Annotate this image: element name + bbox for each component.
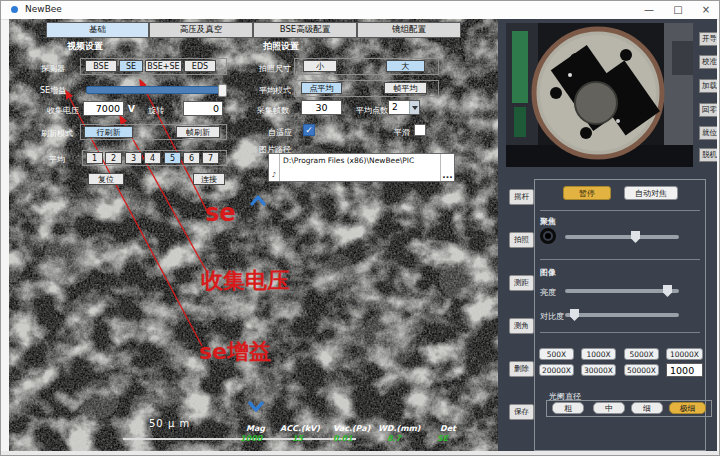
annotation-se: se xyxy=(205,199,236,227)
points-dropdown-arrow[interactable] xyxy=(409,101,419,114)
main-content: 基础 高压及真空 BSE高级配置 镜组配置 视频设置 探测器 BSE SE BS… xyxy=(9,19,717,451)
tab-lens-config[interactable]: 镜组配置 xyxy=(357,22,461,38)
video-settings-title: 视频设置 xyxy=(67,40,103,53)
status-header-det: Det xyxy=(440,424,456,433)
detector-bse-button[interactable]: BSE xyxy=(85,60,117,72)
average-4-button[interactable]: 4 xyxy=(144,152,161,164)
voltage-unit-label: V xyxy=(128,104,135,114)
refresh-frame-button[interactable]: 帧刷新 xyxy=(176,126,220,138)
image-section-label: 图像 xyxy=(540,267,556,278)
mag-30000x-button[interactable]: 30000X xyxy=(581,364,616,376)
frames-label: 采集帧数 xyxy=(257,105,289,116)
se-gain-slider[interactable] xyxy=(86,84,227,95)
annotation-se-gain: se增益 xyxy=(199,337,271,367)
brightness-slider-thumb[interactable] xyxy=(663,285,672,297)
contrast-slider-thumb[interactable] xyxy=(570,309,579,321)
chevron-up-icon[interactable] xyxy=(249,195,267,206)
mag-5000x-button[interactable]: 5000X xyxy=(624,348,659,360)
divider xyxy=(540,332,700,333)
window-frame-bottom xyxy=(1,451,720,456)
avg-frame-button[interactable]: 帧平均 xyxy=(384,82,427,94)
app-window: NewBee — □ × xyxy=(0,0,720,456)
close-button[interactable]: × xyxy=(692,1,720,18)
rotation-label: 旋转 xyxy=(148,105,164,116)
detector-label: 探测器 xyxy=(41,63,65,74)
status-value-det: SE xyxy=(437,434,448,443)
rotation-input[interactable]: 0 xyxy=(183,101,223,116)
side-button-home[interactable]: 回零 xyxy=(699,103,717,117)
reset-button[interactable]: 复位 xyxy=(88,173,124,185)
scale-bar-label: 50 μ m xyxy=(149,418,190,429)
status-value-acc: 15 xyxy=(292,434,303,443)
side-button-load[interactable]: 加载 xyxy=(699,79,717,93)
autofocus-button[interactable]: 自动对焦 xyxy=(624,186,678,200)
points-combo[interactable]: 2 xyxy=(388,100,420,115)
mag-500x-button[interactable]: 500X xyxy=(539,348,574,360)
photo-settings-title: 拍照设置 xyxy=(263,40,299,53)
status-header-acc: ACC.(kV) xyxy=(280,424,320,433)
size-small-button[interactable]: 小 xyxy=(303,60,337,72)
collect-voltage-input[interactable]: 7000 xyxy=(83,101,124,116)
tab-basic[interactable]: 基础 xyxy=(46,22,149,38)
focus-target-icon xyxy=(540,228,556,244)
average-5-button[interactable]: 5 xyxy=(164,152,181,164)
detector-bse-se-button[interactable]: BSE+SE xyxy=(145,60,182,72)
refresh-mode-label: 刷新模式 xyxy=(41,128,73,139)
chevron-down-icon[interactable] xyxy=(247,401,265,412)
average-1-button[interactable]: 1 xyxy=(86,152,103,164)
tool-button-measure-angle[interactable]: 测角 xyxy=(509,318,534,334)
tool-button-delete[interactable]: 删除 xyxy=(509,361,534,377)
mag-10000x-button[interactable]: 10000X xyxy=(666,348,703,360)
status-header-vac: Vac.(Pa) xyxy=(333,424,370,433)
tool-button-measure-distance[interactable]: 测距 xyxy=(509,275,534,291)
average-3-button[interactable]: 3 xyxy=(125,152,142,164)
tool-button-joystick[interactable]: 摇杆 xyxy=(509,189,534,205)
image-path-value[interactable]: D:\Program Files (x86)\NewBee\PIC xyxy=(280,154,440,181)
refresh-line-button[interactable]: 行刷新 xyxy=(84,126,133,138)
brightness-slider[interactable] xyxy=(565,285,679,297)
aperture-extra-fine-button[interactable]: 极细 xyxy=(669,402,706,414)
mag-20000x-button[interactable]: 20000X xyxy=(539,364,574,376)
average-label: 平均 xyxy=(49,154,65,165)
detector-eds-button[interactable]: EDS xyxy=(184,60,216,72)
smooth-checkbox[interactable] xyxy=(414,124,426,136)
browse-button[interactable]: ... xyxy=(440,154,454,181)
side-button-navigation[interactable]: 开导航 xyxy=(699,32,717,46)
status-value-vac: 0.01 xyxy=(333,434,353,443)
aperture-fine-button[interactable]: 细 xyxy=(631,402,663,414)
points-label: 平均点数 xyxy=(356,105,388,116)
side-button-offline[interactable]: 脱机 xyxy=(699,148,717,162)
divider xyxy=(540,210,700,211)
avg-point-button[interactable]: 点平均 xyxy=(301,82,342,94)
average-2-button[interactable]: 2 xyxy=(105,152,122,164)
mag-50000x-button[interactable]: 50000X xyxy=(624,364,659,376)
focus-slider-thumb[interactable] xyxy=(631,231,640,243)
maximize-button[interactable]: □ xyxy=(664,1,692,18)
tool-button-snapshot[interactable]: 拍照 xyxy=(509,232,534,248)
contrast-slider[interactable] xyxy=(565,309,679,321)
detector-se-button[interactable]: SE xyxy=(119,60,143,72)
status-value-mag: 1000 xyxy=(240,434,262,443)
tab-bse-advanced[interactable]: BSE高级配置 xyxy=(253,22,357,38)
se-gain-thumb[interactable] xyxy=(218,84,227,97)
frames-input[interactable]: 30 xyxy=(301,100,342,115)
aperture-coarse-button[interactable]: 粗 xyxy=(552,402,584,414)
points-value: 2 xyxy=(389,101,409,114)
photo-size-label: 拍照尺寸 xyxy=(259,63,291,74)
side-button-calibrate[interactable]: 校准 xyxy=(699,55,717,69)
average-6-button[interactable]: 6 xyxy=(183,152,200,164)
adaptive-checkbox[interactable]: ✓ xyxy=(303,124,315,136)
average-7-button[interactable]: 7 xyxy=(202,152,219,164)
size-large-button[interactable]: 大 xyxy=(386,60,425,72)
minimize-button[interactable]: — xyxy=(635,1,663,18)
tab-hv-vacuum[interactable]: 高压及真空 xyxy=(149,22,253,38)
image-path-box[interactable]: ♪ D:\Program Files (x86)\NewBee\PIC ... xyxy=(268,153,455,182)
side-button-in-position[interactable]: 就位 xyxy=(699,126,717,140)
pause-button[interactable]: 暂停 xyxy=(563,186,611,200)
mag-1000x-button[interactable]: 1000X xyxy=(581,348,616,360)
connect-button[interactable]: 连接 xyxy=(193,173,225,185)
aperture-medium-button[interactable]: 中 xyxy=(593,402,625,414)
focus-slider[interactable] xyxy=(565,231,679,243)
tool-button-save[interactable]: 保存 xyxy=(509,404,534,420)
mag-custom-input[interactable]: 1000 xyxy=(666,363,703,377)
